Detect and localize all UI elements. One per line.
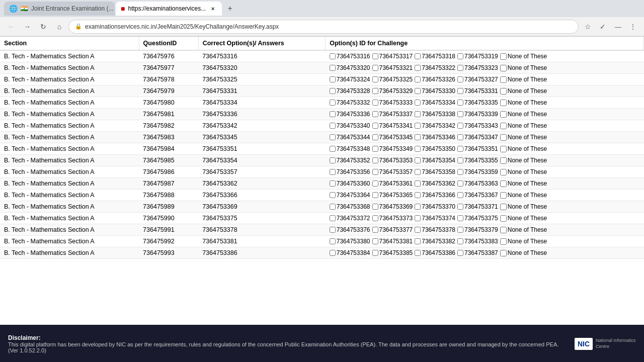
option-checkbox[interactable]: [457, 88, 463, 94]
option-checkbox[interactable]: [415, 146, 421, 152]
option-checkbox[interactable]: [415, 53, 421, 59]
option-checkbox[interactable]: [457, 134, 463, 140]
none-of-these-checkbox[interactable]: [500, 180, 507, 187]
option-checkbox[interactable]: [372, 227, 378, 233]
none-of-these-checkbox[interactable]: [500, 250, 507, 256]
tab-2-close-icon[interactable]: ✕: [209, 5, 217, 13]
option-checkbox[interactable]: [330, 123, 336, 129]
option-checkbox[interactable]: [372, 204, 378, 210]
option-checkbox[interactable]: [415, 227, 421, 233]
option-checkbox[interactable]: [372, 157, 378, 163]
option-checkbox[interactable]: [372, 192, 378, 198]
option-checkbox[interactable]: [330, 134, 336, 140]
option-checkbox[interactable]: [415, 100, 421, 106]
option-checkbox[interactable]: [330, 65, 336, 71]
option-checkbox[interactable]: [330, 192, 336, 198]
tab-1[interactable]: 🌐 🇮🇳 Joint Entrance Examination (... ✕: [4, 2, 115, 16]
option-checkbox[interactable]: [415, 250, 421, 256]
option-checkbox[interactable]: [457, 65, 463, 71]
option-checkbox[interactable]: [372, 88, 378, 94]
option-checkbox[interactable]: [330, 180, 336, 187]
option-checkbox[interactable]: [330, 53, 336, 59]
address-bar[interactable]: 🔒 examinationservices.nic.in/JeeMain2025…: [68, 20, 579, 34]
none-of-these-checkbox[interactable]: [500, 53, 507, 60]
new-tab-button[interactable]: +: [223, 2, 237, 16]
none-of-these-checkbox[interactable]: [500, 123, 507, 129]
option-checkbox[interactable]: [415, 204, 421, 210]
option-checkbox[interactable]: [330, 111, 336, 117]
back-button[interactable]: ←: [4, 20, 18, 34]
option-checkbox[interactable]: [372, 215, 378, 221]
option-checkbox[interactable]: [330, 157, 336, 163]
none-of-these-checkbox[interactable]: [500, 238, 507, 245]
none-of-these-checkbox[interactable]: [500, 134, 507, 141]
option-checkbox[interactable]: [330, 250, 336, 256]
option-checkbox[interactable]: [372, 76, 378, 82]
option-checkbox[interactable]: [372, 146, 378, 152]
none-of-these-checkbox[interactable]: [500, 215, 507, 222]
option-checkbox[interactable]: [330, 88, 336, 94]
refresh-button[interactable]: ↻: [36, 20, 50, 34]
option-checkbox[interactable]: [457, 100, 463, 106]
option-checkbox[interactable]: [457, 180, 463, 187]
none-of-these-checkbox[interactable]: [500, 111, 507, 118]
option-checkbox[interactable]: [372, 238, 378, 244]
option-checkbox[interactable]: [372, 250, 378, 256]
menu-button[interactable]: ⋮: [626, 20, 640, 34]
option-checkbox[interactable]: [415, 238, 421, 244]
option-checkbox[interactable]: [372, 53, 378, 59]
option-checkbox[interactable]: [330, 169, 336, 175]
home-button[interactable]: ⌂: [52, 20, 66, 34]
option-checkbox[interactable]: [457, 238, 463, 244]
option-checkbox[interactable]: [415, 111, 421, 117]
option-checkbox[interactable]: [330, 100, 336, 106]
option-checkbox[interactable]: [415, 169, 421, 175]
none-of-these-checkbox[interactable]: [500, 169, 507, 175]
option-checkbox[interactable]: [330, 76, 336, 82]
option-checkbox[interactable]: [457, 227, 463, 233]
option-checkbox[interactable]: [372, 65, 378, 71]
favorites-icon[interactable]: ☆: [581, 20, 595, 34]
option-checkbox[interactable]: [372, 111, 378, 117]
none-of-these-checkbox[interactable]: [500, 146, 507, 152]
option-checkbox[interactable]: [457, 53, 463, 59]
option-checkbox[interactable]: [330, 227, 336, 233]
option-checkbox[interactable]: [415, 134, 421, 140]
none-of-these-checkbox[interactable]: [500, 88, 507, 95]
profile-icon[interactable]: ✓: [596, 20, 610, 34]
option-checkbox[interactable]: [415, 88, 421, 94]
option-checkbox[interactable]: [457, 76, 463, 82]
none-of-these-checkbox[interactable]: [500, 157, 507, 164]
forward-button[interactable]: →: [20, 20, 34, 34]
option-checkbox[interactable]: [372, 169, 378, 175]
none-of-these-checkbox[interactable]: [500, 204, 507, 210]
option-checkbox[interactable]: [415, 65, 421, 71]
option-checkbox[interactable]: [457, 215, 463, 221]
extensions-icon[interactable]: ⸻: [611, 20, 625, 34]
option-checkbox[interactable]: [457, 111, 463, 117]
option-checkbox[interactable]: [372, 123, 378, 129]
option-checkbox[interactable]: [415, 76, 421, 82]
tab-2[interactable]: ■ https://examinationservices... ✕: [116, 2, 222, 16]
option-checkbox[interactable]: [372, 134, 378, 140]
none-of-these-checkbox[interactable]: [500, 76, 507, 83]
option-checkbox[interactable]: [457, 123, 463, 129]
option-checkbox[interactable]: [457, 204, 463, 210]
option-checkbox[interactable]: [415, 123, 421, 129]
scroll-container[interactable]: Section QuestionID Correct Option(s)/ An…: [0, 37, 644, 325]
none-of-these-checkbox[interactable]: [500, 100, 507, 106]
none-of-these-checkbox[interactable]: [500, 65, 507, 71]
option-checkbox[interactable]: [330, 238, 336, 244]
option-checkbox[interactable]: [330, 215, 336, 221]
option-checkbox[interactable]: [457, 146, 463, 152]
option-checkbox[interactable]: [330, 204, 336, 210]
none-of-these-checkbox[interactable]: [500, 192, 507, 199]
option-checkbox[interactable]: [372, 180, 378, 187]
option-checkbox[interactable]: [457, 192, 463, 198]
option-checkbox[interactable]: [457, 169, 463, 175]
option-checkbox[interactable]: [457, 157, 463, 163]
none-of-these-checkbox[interactable]: [500, 227, 507, 233]
option-checkbox[interactable]: [415, 215, 421, 221]
option-checkbox[interactable]: [415, 157, 421, 163]
option-checkbox[interactable]: [330, 146, 336, 152]
